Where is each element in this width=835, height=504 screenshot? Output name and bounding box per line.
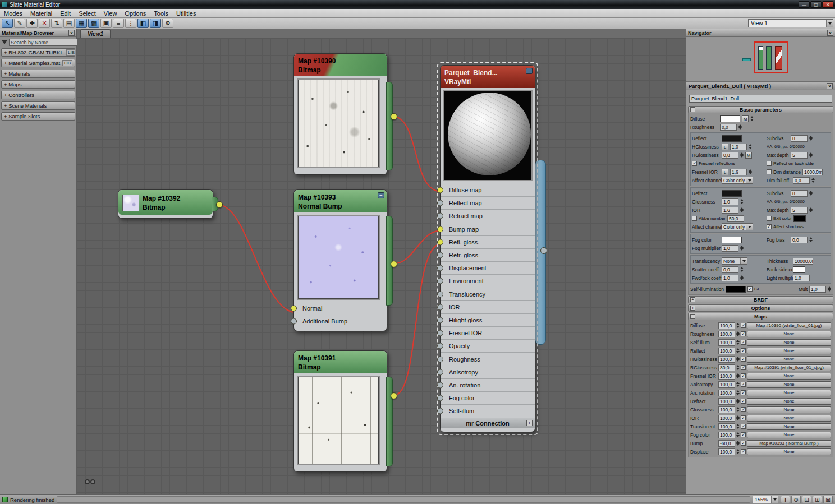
pick-material-from-object-icon[interactable]: ✎ — [14, 19, 25, 28]
spinner[interactable] — [809, 237, 813, 242]
slot-connector[interactable] — [437, 369, 443, 375]
fresnel-reflections-checkbox[interactable] — [692, 161, 697, 166]
fresnel-ior-field[interactable]: 1,6 — [730, 169, 747, 175]
output-connector[interactable] — [391, 261, 397, 267]
max-depth-field[interactable]: 5 — [791, 152, 808, 159]
menu-item[interactable]: Options — [121, 9, 150, 18]
fog-multiplier-field[interactable]: 1,0 — [722, 245, 738, 252]
expand-icon[interactable]: + — [690, 306, 695, 311]
slot-connector[interactable] — [437, 252, 443, 258]
material-params-header[interactable]: Parquet_Blend1_Dull ( VRayMtl ) x — [686, 82, 835, 90]
map-enable-checkbox[interactable] — [741, 390, 746, 395]
vray-input-slot[interactable]: Self-illum — [441, 404, 535, 417]
map-amount-field[interactable]: 100,0 — [718, 381, 735, 388]
roughness-field[interactable]: 0,0 — [720, 124, 737, 131]
spinner[interactable] — [740, 152, 744, 158]
vray-input-slot[interactable]: Diffuse map — [441, 183, 535, 196]
spinner[interactable] — [740, 246, 744, 251]
slot-connector[interactable] — [437, 200, 443, 206]
menu-item[interactable]: Tools — [150, 9, 172, 18]
maximize-button[interactable]: ▢ — [810, 1, 822, 8]
spinner[interactable] — [809, 191, 813, 196]
tab-view1[interactable]: View1 — [80, 29, 111, 38]
spinner[interactable] — [736, 365, 740, 370]
browser-category-item[interactable]: + Material Samples.mat LIB — [1, 59, 75, 67]
diffuse-color-swatch[interactable] — [720, 115, 740, 122]
titlebar[interactable]: Slate Material Editor — ▢ ✕ — [0, 0, 835, 9]
map-enable-checkbox[interactable] — [741, 432, 746, 437]
lock-button[interactable]: L — [722, 144, 728, 150]
collapse-icon[interactable]: - — [690, 107, 695, 112]
chevron-down-icon[interactable] — [740, 258, 747, 264]
delete-selected-icon[interactable]: ✕ — [39, 19, 50, 28]
vray-input-slot[interactable]: IOR — [441, 300, 535, 313]
spinner[interactable] — [736, 407, 740, 412]
map-enable-checkbox[interactable] — [741, 424, 746, 429]
slot-connector[interactable] — [291, 306, 297, 312]
browser-category-item[interactable]: + Materials — [1, 70, 75, 78]
map-enable-checkbox[interactable] — [741, 415, 746, 420]
spinner[interactable] — [736, 415, 740, 420]
spinner[interactable] — [736, 390, 740, 395]
wire-normal[interactable] — [219, 205, 293, 312]
vray-input-slot[interactable]: Bump map — [441, 223, 535, 235]
view-selector-dropdown[interactable]: View 1 — [748, 19, 833, 27]
node-header[interactable]: Map #10392 Bitmap — [118, 190, 213, 215]
slot-connector[interactable] — [437, 213, 443, 219]
close-icon[interactable]: x — [827, 30, 833, 36]
map-slot-button[interactable]: None — [747, 406, 831, 413]
node-header[interactable]: Map #10390 Bitmap — [294, 54, 387, 76]
chevron-down-icon[interactable] — [746, 177, 753, 183]
chevron-down-icon[interactable] — [771, 496, 778, 503]
browser-category-item[interactable]: + RH 802-GRAM TURKI... LIB — [1, 48, 75, 57]
slot-connector[interactable] — [437, 291, 443, 297]
reflect-color-swatch[interactable] — [722, 135, 742, 142]
minimize-button[interactable]: — — [799, 1, 810, 8]
spinner[interactable] — [736, 373, 740, 378]
slot-connector[interactable] — [437, 187, 443, 193]
spinner[interactable] — [736, 323, 740, 328]
menu-item[interactable]: Utilities — [172, 9, 200, 18]
minimap-view-rect[interactable] — [754, 41, 788, 73]
vray-output-connector[interactable] — [540, 247, 547, 254]
map-slot-button[interactable]: None — [747, 415, 831, 422]
back-side-color-swatch[interactable] — [793, 266, 805, 273]
browser-panel-header[interactable]: Material/Map Browser x — [0, 29, 76, 37]
map-slot-button[interactable]: None — [747, 448, 831, 455]
slot-connector[interactable] — [437, 356, 443, 362]
zoom-region-icon[interactable]: ⊡ — [802, 496, 811, 503]
spinner[interactable] — [736, 441, 740, 446]
menu-item[interactable]: Select — [75, 9, 100, 18]
map-amount-field[interactable]: 80,0 — [718, 364, 735, 371]
map-enable-checkbox[interactable] — [741, 407, 746, 412]
map-slot-button[interactable]: Map #10393 ( Normal Bump ) — [747, 440, 831, 447]
fog-bias-field[interactable]: 0,0 — [791, 237, 808, 243]
map-slot-button[interactable]: None — [747, 398, 831, 405]
browser-category-item[interactable]: + Controllers — [1, 91, 75, 99]
options-rollout-header[interactable]: + Options — [688, 304, 833, 312]
node-vraymtl[interactable]: Parquet_Blend... VRayMtl − — [440, 65, 535, 432]
vray-input-slot[interactable]: Refl. gloss. — [441, 235, 535, 248]
spinner[interactable] — [809, 136, 813, 141]
slot-connector[interactable] — [437, 408, 443, 414]
browser-category-item[interactable]: + Maps — [1, 80, 75, 89]
abbe-number-checkbox[interactable] — [692, 216, 697, 221]
self-illumination-swatch[interactable] — [726, 286, 746, 293]
fog-color-swatch[interactable] — [722, 237, 742, 243]
zoom-level-dropdown[interactable]: 155% — [753, 496, 778, 503]
map-enable-checkbox[interactable] — [741, 340, 746, 345]
map-amount-field[interactable]: 100,0 — [718, 331, 735, 337]
mult-field[interactable]: 1,0 — [809, 286, 826, 293]
gi-checkbox[interactable] — [747, 286, 753, 292]
basic-parameters-rollout-header[interactable]: - Basic parameters — [688, 106, 833, 113]
slot-connector[interactable] — [291, 318, 297, 324]
spinner[interactable] — [740, 275, 744, 280]
wire-diffuse[interactable] — [393, 116, 441, 192]
map-slot-button[interactable]: None — [747, 339, 831, 346]
rglossiness-map-button[interactable]: M — [745, 152, 752, 159]
map-enable-checkbox[interactable] — [741, 382, 746, 387]
lock-button[interactable]: L — [722, 169, 728, 175]
expand-icon[interactable]: + — [690, 297, 695, 302]
wire-bump[interactable] — [393, 231, 441, 263]
vray-input-slot[interactable]: Translucency — [441, 288, 535, 300]
